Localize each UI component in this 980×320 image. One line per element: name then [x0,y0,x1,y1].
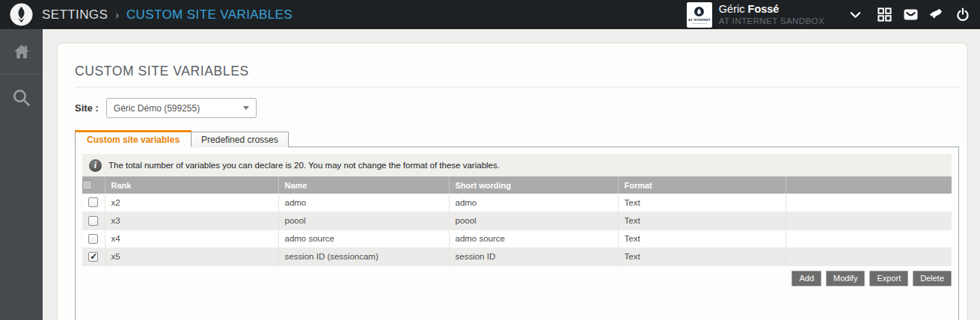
cell-format: Text [618,212,785,230]
megaphone-icon[interactable] [928,5,945,25]
table-row[interactable]: x4 admo source admo source Text [82,230,952,247]
tab-custom-site-variables[interactable]: Custom site variables [75,130,192,147]
add-button[interactable]: Add [791,271,821,286]
cell-short-wording: poool [449,212,618,230]
table-header-row: Rank Name Short wording Format [82,176,952,194]
at-internet-leaf-logo-icon[interactable] [10,3,33,26]
caret-down-icon [243,106,249,110]
header-name: Name [278,176,449,194]
variables-table: Rank Name Short wording Format x2 admo a… [82,176,952,266]
home-icon [13,44,30,59]
user-block[interactable]: Géric Fossé AT INTERNET SANDBOX [719,3,824,27]
tab-predefined-crosses[interactable]: Predefined crosses [192,132,289,147]
cell-rank: x3 [105,212,278,230]
header-checkbox-cell [82,176,105,194]
inbox-icon[interactable] [902,5,919,25]
avatar[interactable]: AT INTERNET [687,2,712,28]
avatar-caption-line [692,23,707,24]
cell-name: poool [278,212,449,230]
breadcrumb-section[interactable]: SETTINGS [42,7,108,22]
info-message: The total number of variables you can de… [108,161,500,170]
cell-rank: x4 [105,230,278,247]
app-grid-icon[interactable] [876,5,892,25]
cell-format: Text [618,194,785,212]
cell-format: Text [618,247,785,265]
top-bar: SETTINGS › CUSTOM SITE VARIABLES AT INTE… [0,0,980,29]
info-icon [89,159,102,172]
breadcrumb-page-title: CUSTOM SITE VARIABLES [126,7,293,22]
header-rank: Rank [105,176,278,194]
row-checkbox[interactable] [88,252,98,262]
sidebar-item-home[interactable] [0,29,43,74]
cell-name: admo source [278,230,449,247]
cell-rank: x5 [105,247,278,265]
table-row[interactable]: x2 admo admo Text [82,194,952,212]
avatar-caption: AT INTERNET [688,18,711,21]
user-account: AT INTERNET SANDBOX [719,16,824,26]
tab-content: The total number of variables you can de… [75,147,959,320]
cell-name: admo [278,194,449,212]
cell-short-wording: admo source [449,230,618,247]
main-panel: CUSTOM SITE VARIABLES Site : Géric Démo … [57,43,968,320]
select-all-checkbox[interactable] [82,180,92,190]
row-checkbox[interactable] [88,216,98,226]
tabs: Custom site variables Predefined crosses [75,130,959,147]
user-name: Géric Fossé [719,3,824,16]
topbar-right: AT INTERNET Géric Fossé AT INTERNET SAND… [687,2,971,28]
cell-short-wording: session ID [449,247,618,265]
cell-name: session ID (sessioncam) [278,247,449,265]
site-select[interactable]: Géric Démo (599255) [106,98,257,118]
search-icon [12,88,31,107]
site-selector-row: Site : Géric Démo (599255) [75,98,959,118]
cell-empty [785,247,952,265]
breadcrumb: SETTINGS › CUSTOM SITE VARIABLES [42,7,293,22]
info-bar: The total number of variables you can de… [82,154,952,176]
site-select-value: Géric Démo (599255) [114,103,200,114]
modify-button[interactable]: Modify [826,271,865,286]
power-icon[interactable] [955,5,971,25]
sidebar-item-search[interactable] [0,75,43,120]
table-row[interactable]: x3 poool poool Text [82,212,952,230]
row-checkbox[interactable] [88,234,98,244]
cell-short-wording: admo [449,194,618,212]
cell-empty [785,212,952,230]
cell-rank: x2 [105,194,278,212]
site-label: Site : [75,102,99,114]
chevron-down-icon[interactable] [847,5,863,25]
delete-button[interactable]: Delete [913,271,952,286]
header-format: Format [618,176,785,194]
cell-empty [785,230,952,247]
cell-format: Text [618,230,785,247]
sidebar [0,29,43,320]
avatar-droplet-icon [694,7,704,16]
row-checkbox[interactable] [88,197,98,207]
table-row[interactable]: x5 session ID (sessioncam) session ID Te… [82,247,952,265]
breadcrumb-separator-icon: › [115,9,119,21]
header-short-wording: Short wording [449,176,618,194]
header-empty [785,176,952,194]
page-title: CUSTOM SITE VARIABLES [75,64,959,79]
title-divider [75,87,959,87]
table-actions: Add Modify Export Delete [82,271,952,286]
export-button[interactable]: Export [869,271,908,286]
cell-empty [785,194,952,212]
